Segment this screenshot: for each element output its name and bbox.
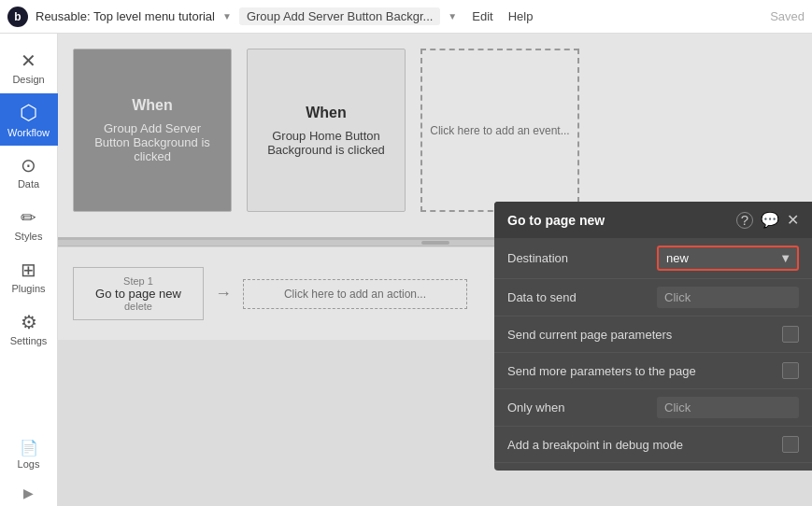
sidebar-item-styles[interactable]: ✏ Styles [0, 198, 58, 250]
logo: b [7, 7, 28, 27]
nav-links: Edit Help [472, 9, 533, 23]
workflow-icon: ⬡ [20, 101, 37, 125]
sidebar-more-arrow[interactable]: ▶ [18, 480, 39, 506]
modal-destination-row: Destination new index about ▼ [494, 238, 812, 279]
modal-panel: Go to page new ? 💬 ✕ Destination new ind… [494, 202, 812, 471]
dropdown-project-arrow-icon[interactable]: ▼ [448, 11, 457, 21]
modal-header: Go to page new ? 💬 ✕ [494, 202, 812, 238]
saved-status: Saved [770, 9, 805, 23]
modal-chat-icon[interactable]: 💬 [761, 211, 779, 229]
sidebar-item-workflow[interactable]: ⬡ Workflow [0, 93, 58, 146]
sidebar-item-design[interactable]: ✕ Design [0, 41, 58, 93]
destination-value: new index about ▼ [657, 246, 799, 271]
plugins-icon: ⊞ [21, 259, 36, 281]
breakpoint-label: Add a breakpoint in debug mode [507, 438, 782, 452]
only-when-value [657, 397, 799, 418]
nav-edit[interactable]: Edit [472, 9, 492, 23]
only-when-label: Only when [507, 401, 657, 415]
modal-title: Go to page new [507, 213, 605, 228]
modal-breakpoint-row: Add a breakpoint in debug mode [494, 427, 812, 463]
modal-send-more-row: Send more parameters to the page [494, 353, 812, 389]
send-more-label: Send more parameters to the page [507, 364, 782, 378]
nav-help[interactable]: Help [508, 9, 534, 23]
modal-send-current-row: Send current page parameters [494, 316, 812, 353]
sidebar-label-workflow: Workflow [7, 127, 50, 138]
topbar: b Reusable: Top level menu tutorial ▼ Gr… [0, 0, 812, 34]
content-area: When Group Add Server Button Background … [58, 34, 812, 506]
sidebar-label-plugins: Plugins [11, 283, 45, 294]
modal-actions: ? 💬 ✕ [736, 211, 799, 229]
data-icon: ⊙ [21, 154, 36, 176]
modal-only-when-row: Only when [494, 389, 812, 427]
project-name[interactable]: Group Add Server Button Backgr... [239, 7, 440, 25]
only-when-input[interactable] [657, 397, 799, 418]
send-current-label: Send current page parameters [507, 328, 782, 342]
data-send-value [657, 287, 799, 308]
modal-data-send-row: Data to send [494, 279, 812, 316]
sidebar: ✕ Design ⬡ Workflow ⊙ Data ✏ Styles ⊞ Pl… [0, 34, 58, 506]
modal-close-icon[interactable]: ✕ [787, 211, 799, 229]
sidebar-item-logs[interactable]: 📄 Logs [0, 428, 58, 480]
destination-select[interactable]: new index about [657, 246, 799, 271]
send-current-toggle[interactable] [782, 326, 799, 343]
logs-icon: 📄 [20, 439, 38, 457]
sidebar-label-logs: Logs [18, 458, 40, 470]
sidebar-label-design: Design [12, 74, 44, 85]
destination-label: Destination [507, 251, 657, 265]
main-layout: ✕ Design ⬡ Workflow ⊙ Data ✏ Styles ⊞ Pl… [0, 34, 812, 506]
sidebar-label-settings: Settings [10, 335, 48, 346]
dropdown-arrow-icon[interactable]: ▼ [222, 11, 232, 21]
styles-icon: ✏ [21, 206, 36, 229]
data-send-input[interactable] [657, 287, 799, 308]
sidebar-label-styles: Styles [15, 231, 43, 242]
send-more-toggle[interactable] [782, 362, 799, 379]
sidebar-item-plugins[interactable]: ⊞ Plugins [0, 250, 58, 302]
sidebar-item-settings[interactable]: ⚙ Settings [0, 302, 58, 355]
design-icon: ✕ [21, 49, 36, 72]
settings-icon: ⚙ [21, 311, 37, 333]
modal-help-icon[interactable]: ? [736, 212, 753, 229]
sidebar-item-data[interactable]: ⊙ Data [0, 146, 58, 198]
data-send-label: Data to send [507, 290, 657, 304]
app-title: Reusable: Top level menu tutorial [36, 9, 215, 23]
sidebar-label-data: Data [18, 178, 39, 190]
breakpoint-toggle[interactable] [782, 436, 799, 453]
